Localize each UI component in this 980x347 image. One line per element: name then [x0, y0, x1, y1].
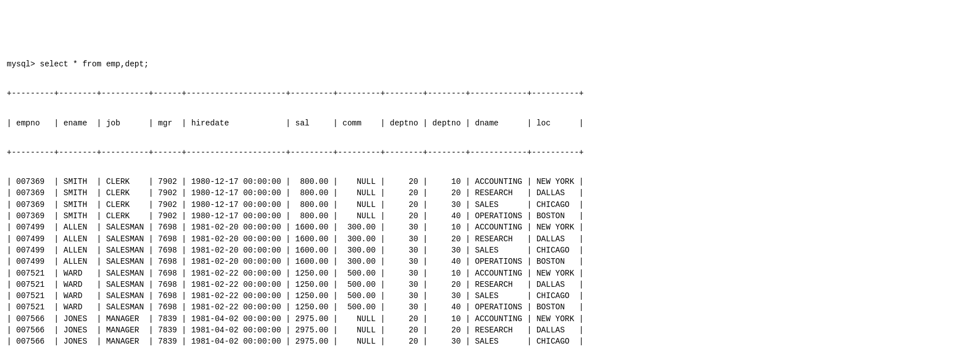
- table-row: | 007499 | ALLEN | SALESMAN | 7698 | 198…: [7, 222, 973, 233]
- table-row: | 007521 | WARD | SALESMAN | 7698 | 1981…: [7, 290, 973, 301]
- table-row: | 007499 | ALLEN | SALESMAN | 7698 | 198…: [7, 256, 973, 267]
- table-row: | 007499 | ALLEN | SALESMAN | 7698 | 198…: [7, 245, 973, 256]
- table-row: | 007369 | SMITH | CLERK | 7902 | 1980-1…: [7, 187, 973, 199]
- table-body: | 007369 | SMITH | CLERK | 7902 | 1980-1…: [7, 176, 973, 347]
- table-row: | 007521 | WARD | SALESMAN | 7698 | 1981…: [7, 268, 973, 279]
- table-row: | 007566 | JONES | MANAGER | 7839 | 1981…: [7, 325, 973, 336]
- table-row: | 007566 | JONES | MANAGER | 7839 | 1981…: [7, 313, 973, 325]
- header-row: | empno | ename | job | mgr | hiredate |…: [7, 118, 973, 129]
- terminal-output: mysql> select * from emp,dept; +--------…: [7, 40, 973, 347]
- table-row: | 007369 | SMITH | CLERK | 7902 | 1980-1…: [7, 176, 973, 187]
- table-row: | 007521 | WARD | SALESMAN | 7698 | 1981…: [7, 301, 973, 313]
- prompt-line: mysql> select * from emp,dept;: [7, 58, 973, 70]
- separator-top: +---------+--------+----------+------+--…: [7, 88, 973, 99]
- table-row: | 007369 | SMITH | CLERK | 7902 | 1980-1…: [7, 210, 973, 222]
- separator-mid: +---------+--------+----------+------+--…: [7, 147, 973, 158]
- table-row: | 007521 | WARD | SALESMAN | 7698 | 1981…: [7, 279, 973, 290]
- table-row: | 007369 | SMITH | CLERK | 7902 | 1980-1…: [7, 199, 973, 210]
- table-row: | 007499 | ALLEN | SALESMAN | 7698 | 198…: [7, 233, 973, 245]
- table-row: | 007566 | JONES | MANAGER | 7839 | 1981…: [7, 336, 973, 347]
